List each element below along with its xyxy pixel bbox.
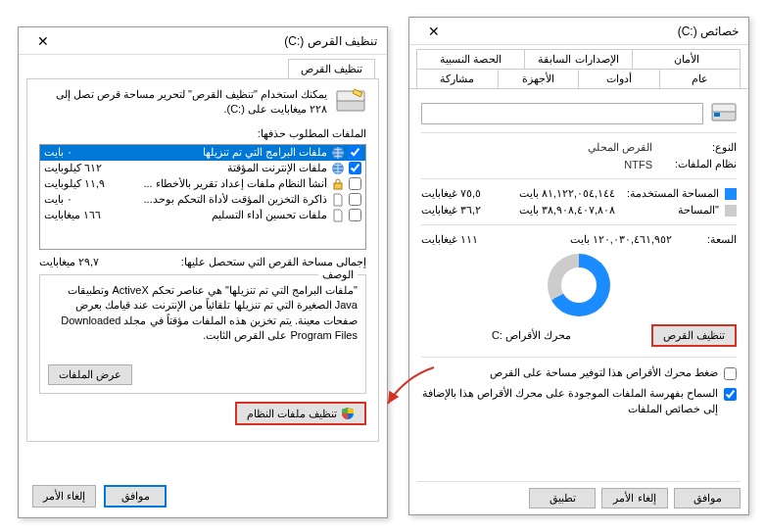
file-size: ٠ بايت	[44, 146, 115, 159]
file-list-item[interactable]: ملفات الإنترنت المؤقتة٦١٢ كيلوبايت	[40, 161, 365, 176]
tab-previous-versions[interactable]: الإصدارات السابقة	[524, 49, 633, 69]
file-name: ملفات تحسين أداء التسليم	[119, 209, 327, 221]
file-name: ملفات الإنترنت المؤقتة	[119, 162, 327, 174]
disk-cleanup-button[interactable]: تنظيف القرص	[651, 324, 737, 347]
file-name: ذاكرة التخزين المؤقت لأداة التحكم بوحد..…	[119, 193, 327, 206]
file-checkbox[interactable]	[349, 177, 361, 190]
file-size: ١٦٦ ميغابايت	[44, 209, 115, 221]
ok-button[interactable]: موافق	[674, 488, 741, 508]
file-name: ملفات البرامج التي تم تنزيلها	[119, 146, 327, 159]
file-checkbox[interactable]	[349, 162, 361, 174]
dialog-buttons: موافق إلغاء الأمر تطبيق	[417, 481, 741, 508]
tab-sharing[interactable]: مشاركة	[416, 69, 499, 88]
tab-disk-cleanup[interactable]: تنظيف القرص	[288, 59, 375, 78]
type-label: النوع:	[658, 141, 737, 154]
file-size: ٠ بايت	[44, 193, 115, 206]
type-value: القرص المحلي	[588, 141, 652, 154]
compress-checkbox[interactable]	[724, 367, 737, 380]
used-gb: ٧٥,٥ غيغابايت	[421, 187, 492, 200]
file-list-item[interactable]: ذاكرة التخزين المؤقت لأداة التحكم بوحد..…	[40, 192, 365, 208]
close-button[interactable]: ✕	[415, 21, 453, 42]
tab-hardware[interactable]: الأجهزة	[498, 69, 580, 88]
compress-drive-option[interactable]: ضغط محرك الأقراص هذا لتوفير مساحة على ال…	[421, 365, 737, 380]
disk-usage-chart	[548, 254, 610, 316]
globe-icon	[331, 146, 345, 160]
svg-rect-1	[712, 104, 736, 112]
used-bytes: ٨١,١٢٢,٠٥٤,١٤٤ بايت	[498, 187, 615, 200]
used-label: المساحة المستخدمة:	[621, 187, 719, 200]
files-list[interactable]: ملفات البرامج التي تم تنزيلها٠ بايتملفات…	[39, 144, 366, 250]
indexing-label: السماح بفهرسة الملفات الموجودة على محرك …	[421, 386, 718, 416]
ok-button[interactable]: موافق	[104, 485, 167, 508]
file-list-item[interactable]: ملفات البرامج التي تم تنزيلها٠ بايت	[40, 145, 365, 161]
capacity-bytes: ١٢٠,٠٣٠,٤٦١,٩٥٢ بايت	[498, 233, 672, 246]
tab-tools[interactable]: أدوات	[578, 69, 660, 88]
disk-properties-window: خصائص (:C) ✕ الأمان الإصدارات السابقة ال…	[408, 17, 749, 515]
file-icon	[331, 209, 345, 222]
drive-c-label: محرك الأقراص :C	[421, 329, 642, 342]
svg-rect-7	[334, 183, 342, 189]
compress-label: ضغط محرك الأقراص هذا لتوفير مساحة على ال…	[490, 365, 718, 380]
view-files-button[interactable]: عرض الملفات	[48, 364, 132, 385]
total-gain-value: ٢٩,٧ ميغابايت	[39, 256, 99, 268]
tab-content: النوع: القرص المحلي نظام الملفات: NTFS ا…	[409, 89, 748, 430]
titlebar: خصائص (:C) ✕	[409, 18, 748, 45]
window-title: خصائص (:C)	[453, 24, 742, 38]
indexing-checkbox[interactable]	[724, 388, 737, 401]
capacity-label: السعة:	[678, 233, 737, 246]
svg-rect-2	[714, 113, 720, 117]
files-to-delete-label: الملفات المطلوب حذفها:	[39, 127, 366, 140]
free-color-swatch	[725, 205, 737, 217]
free-gb: ٣٦,٢ غيغابايت	[421, 204, 492, 217]
filesystem-label: نظام الملفات:	[658, 158, 737, 170]
description-body: "ملفات البرامج التي تم تنزيلها" هي عناصر…	[48, 283, 358, 344]
drive-name-input[interactable]	[421, 103, 703, 124]
close-button[interactable]: ✕	[24, 30, 62, 52]
file-icon	[331, 193, 345, 207]
disk-cleanup-window: تنظيف القرص (:C) ✕ تنظيف القرص يمكنك است…	[18, 26, 388, 518]
file-size: ١١,٩ كيلوبايت	[44, 177, 115, 190]
allow-indexing-option[interactable]: السماح بفهرسة الملفات الموجودة على محرك …	[421, 386, 737, 416]
cancel-button[interactable]: إلغاء الأمر	[601, 488, 668, 508]
apply-button[interactable]: تطبيق	[529, 488, 596, 508]
file-checkbox[interactable]	[349, 146, 361, 159]
free-label: "المساحة	[621, 204, 719, 217]
shield-icon	[341, 407, 355, 420]
disk-cleanup-icon	[335, 87, 366, 115]
file-checkbox[interactable]	[349, 193, 361, 206]
cleanup-system-files-button[interactable]: تنظيف ملفات النظام	[235, 402, 366, 425]
drive-icon	[711, 103, 737, 124]
window-title: تنظيف القرص (:C)	[62, 34, 381, 48]
tabs: الأمان الإصدارات السابقة الحصة النسبية ع…	[409, 45, 748, 89]
file-size: ٦١٢ كيلوبايت	[44, 162, 115, 174]
description-legend: الوصف	[318, 267, 358, 282]
file-name: أنشأ النظام ملفات إعداد تقرير بالأخطاء .…	[119, 177, 327, 190]
globe-icon	[331, 162, 345, 175]
file-list-item[interactable]: ملفات تحسين أداء التسليم١٦٦ ميغابايت	[40, 208, 365, 223]
cleanup-content: يمكنك استخدام "تنظيف القرص" لتحرير مساحة…	[26, 78, 379, 442]
file-list-item[interactable]: أنشأ النظام ملفات إعداد تقرير بالأخطاء .…	[40, 176, 365, 192]
sysfiles-btn-label: تنظيف ملفات النظام	[247, 408, 337, 420]
intro-text: يمكنك استخدام "تنظيف القرص" لتحرير مساحة…	[39, 87, 327, 118]
dialog-buttons: موافق إلغاء الأمر	[32, 485, 167, 508]
tab-general[interactable]: عام	[659, 69, 741, 88]
tab-security[interactable]: الأمان	[632, 49, 741, 69]
used-color-swatch	[725, 188, 737, 200]
cancel-button[interactable]: إلغاء الأمر	[32, 485, 96, 508]
filesystem-value: NTFS	[624, 159, 652, 170]
free-bytes: ٣٨,٩٠٨,٤٠٧,٨٠٨ بايت	[498, 204, 615, 217]
tab-quota[interactable]: الحصة النسبية	[416, 49, 525, 69]
capacity-gb: ١١١ غيغابايت	[421, 233, 492, 246]
file-checkbox[interactable]	[349, 209, 361, 221]
titlebar: تنظيف القرص (:C) ✕	[19, 27, 387, 55]
lock-icon	[331, 177, 345, 191]
description-group: الوصف "ملفات البرامج التي تم تنزيلها" هي…	[39, 274, 366, 395]
